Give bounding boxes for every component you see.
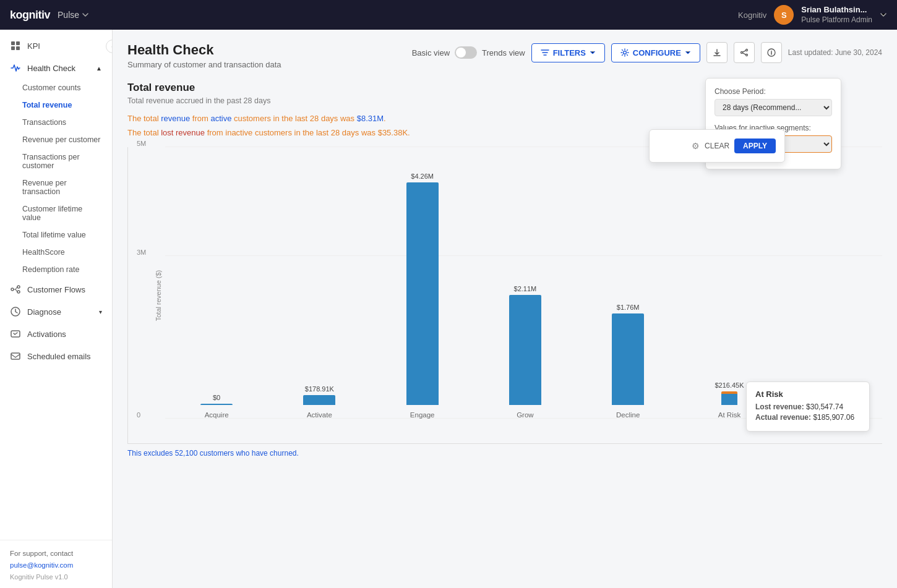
health-check-sub-menu: Customer counts Total revenue Transactio…: [0, 79, 112, 278]
svg-point-13: [740, 52, 742, 54]
pulse-nav-link[interactable]: Pulse: [58, 10, 89, 20]
page-subtitle: Summary of customer and transaction data: [127, 60, 402, 69]
sidebar-sub-total-lifetime-value[interactable]: Total lifetime value: [0, 226, 112, 244]
sidebar-sub-redemption-rate[interactable]: Redemption rate: [0, 261, 112, 278]
support-text: For support, contact pulse@kognitiv.com: [10, 548, 102, 571]
chart-tooltip: At Risk Lost revenue: $30,547.74 Actual …: [746, 381, 870, 432]
sidebar-sub-total-revenue[interactable]: Total revenue: [0, 96, 112, 114]
sidebar-sub-transactions[interactable]: Transactions: [0, 114, 112, 131]
bar-acquire-rect: [200, 404, 233, 405]
configure-dropdown: Choose Period: 28 days (Recommend... 7 d…: [705, 78, 841, 169]
tooltip-lost-row: Lost revenue: $30,547.74: [755, 403, 861, 411]
bar-activate: $178.91K Activate: [303, 385, 335, 419]
info-button[interactable]: [761, 42, 782, 63]
download-icon: [713, 48, 721, 57]
activations-icon: [10, 328, 21, 339]
share-button[interactable]: [734, 42, 755, 63]
page-title-block: Health Check Summary of customer and tra…: [127, 42, 402, 69]
last-updated-label: Last updated: June 30, 2024: [788, 48, 882, 57]
period-select[interactable]: 28 days (Recommend... 7 days 14 days 90 …: [715, 99, 832, 116]
header-controls: Basic view Trends view FILTERS CONFIGURE: [412, 42, 882, 63]
svg-rect-9: [11, 353, 20, 359]
sidebar-item-customer-flows[interactable]: Customer Flows: [0, 278, 112, 300]
bar-grow-rect: [509, 295, 541, 405]
customer-flows-icon: [10, 284, 21, 295]
bar-decline-rect: [612, 313, 644, 405]
sidebar-sub-customer-counts[interactable]: Customer counts: [0, 79, 112, 96]
sidebar-item-scheduled-emails[interactable]: Scheduled emails: [0, 345, 112, 367]
sidebar-item-label: Customer Flows: [27, 285, 85, 294]
svg-rect-1: [16, 41, 20, 45]
user-info[interactable]: Srian Bulathsin... Pulse Platform Admin: [801, 5, 872, 25]
sidebar-sub-transactions-per-customer[interactable]: Transactions per customer: [0, 148, 112, 174]
info-icon: [767, 48, 776, 57]
bar-decline: $1.76M Decline: [612, 304, 644, 419]
support-email-link[interactable]: pulse@kognitiv.com: [10, 561, 73, 569]
sidebar: ‹ KPI Health Check ▲ Customer counts Tot…: [0, 30, 113, 588]
trends-view-label: Trends view: [482, 48, 525, 58]
svg-point-12: [745, 54, 747, 56]
diagnose-chevron: ▾: [99, 309, 102, 315]
sidebar-bottom: For support, contact pulse@kognitiv.com …: [0, 540, 112, 588]
sidebar-item-label: KPI: [27, 41, 40, 51]
view-toggle-switch[interactable]: [455, 46, 477, 59]
page-header: Health Check Summary of customer and tra…: [127, 42, 882, 69]
scheduled-emails-icon: [10, 351, 21, 362]
configure-button[interactable]: CONFIGURE: [611, 43, 700, 62]
tooltip-actual-row: Actual revenue: $185,907.06: [755, 413, 861, 422]
configure-chevron-icon: [685, 49, 691, 56]
sidebar-item-activations[interactable]: Activations: [0, 323, 112, 345]
nav-kognitiv-link[interactable]: Kognitiv: [738, 11, 766, 20]
sidebar-item-label: Scheduled emails: [27, 352, 91, 361]
svg-point-11: [745, 49, 747, 51]
svg-rect-2: [11, 46, 15, 50]
chart-wrapper: Total revenue ($) 5M 3M 0 $0 A: [127, 147, 882, 469]
sidebar-item-kpi[interactable]: KPI: [0, 35, 112, 57]
configure-gear-icon: [620, 48, 629, 57]
svg-point-4: [11, 288, 14, 291]
configure-settings-icon: ⚙: [692, 141, 700, 151]
sidebar-sub-customer-lifetime-value[interactable]: Customer lifetime value: [0, 200, 112, 226]
sidebar-item-label: Diagnose: [27, 307, 61, 317]
basic-view-label: Basic view: [412, 48, 450, 58]
bar-acquire: $0 Acquire: [200, 394, 233, 419]
clear-button[interactable]: CLEAR: [705, 142, 729, 150]
svg-rect-0: [11, 41, 15, 45]
main-content: Health Check Summary of customer and tra…: [113, 30, 897, 588]
sidebar-item-health-check[interactable]: Health Check ▲: [0, 57, 112, 79]
sidebar-item-label: Activations: [27, 330, 66, 339]
y-axis-label: Total revenue ($): [155, 270, 162, 321]
bar-at-risk-cols: [721, 391, 737, 405]
share-icon: [740, 48, 749, 57]
sidebar-item-label: Health Check: [27, 64, 75, 73]
tooltip-title: At Risk: [755, 390, 861, 399]
bar-activate-rect: [303, 395, 335, 405]
bar-engage: $4.26M Engage: [406, 173, 439, 419]
period-label: Choose Period:: [715, 87, 832, 96]
configure-actions: ⚙ CLEAR APPLY: [649, 129, 785, 163]
sidebar-item-diagnose[interactable]: Diagnose ▾: [0, 300, 112, 323]
download-button[interactable]: [706, 42, 727, 63]
apply-button[interactable]: APPLY: [734, 138, 776, 153]
version-label: Kognitiv Pulse v1.0: [10, 573, 102, 581]
bar-at-risk: $216.45K At Risk: [715, 381, 744, 419]
page-title: Health Check: [127, 42, 402, 58]
bars-group: $0 Acquire $178.91K Activate $4.26M Enga…: [165, 147, 882, 419]
health-check-icon: [10, 62, 21, 74]
sidebar-sub-healthscore[interactable]: HealthScore: [0, 244, 112, 261]
bar-grow: $2.11M Grow: [509, 285, 541, 419]
brand-logo: kognitiv: [10, 9, 50, 22]
avatar: S: [774, 5, 794, 25]
filters-chevron-icon: [590, 49, 596, 56]
svg-rect-3: [16, 46, 20, 50]
bar-engage-rect: [406, 182, 439, 405]
filters-button[interactable]: FILTERS: [531, 43, 605, 62]
filter-icon: [541, 48, 549, 57]
svg-point-10: [623, 51, 626, 54]
sidebar-sub-revenue-per-customer[interactable]: Revenue per customer: [0, 131, 112, 148]
view-toggle: Basic view Trends view: [412, 46, 525, 59]
bar-at-risk-blue: [721, 394, 737, 405]
chart-footer: This excludes 52,100 customers who have …: [127, 449, 882, 458]
kpi-icon: [10, 40, 21, 51]
sidebar-sub-revenue-per-transaction[interactable]: Revenue per transaction: [0, 174, 112, 200]
